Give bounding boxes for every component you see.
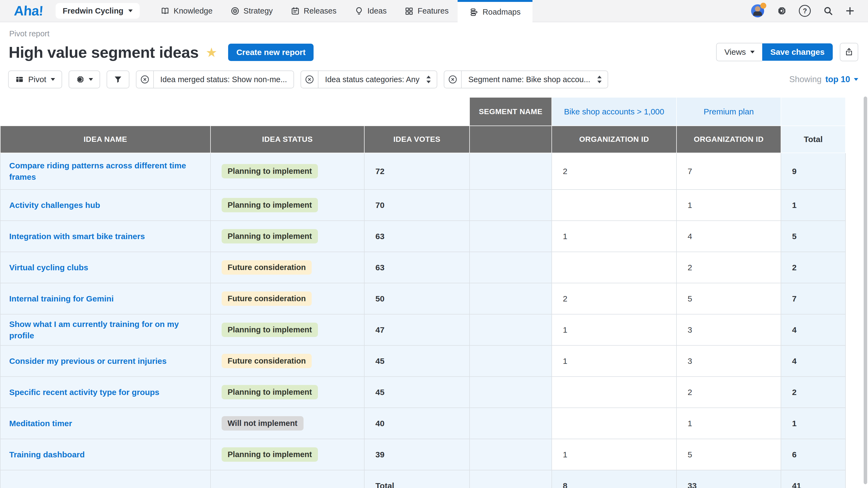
row-total-cell: 4 — [781, 314, 845, 346]
star-icon[interactable]: ★ — [206, 45, 217, 60]
save-changes-button[interactable]: Save changes — [762, 43, 833, 61]
book-icon — [161, 6, 169, 15]
total-row-empty-cell — [0, 470, 211, 488]
idea-status-cell: Will not implement — [211, 408, 364, 439]
organization-id-header-2[interactable]: ORGANIZATION ID — [677, 126, 781, 153]
sort-arrows-icon — [426, 76, 437, 83]
remove-filter-icon[interactable] — [444, 71, 462, 88]
status-badge: Future consideration — [222, 260, 312, 274]
funnel-icon — [114, 75, 122, 84]
plus-icon[interactable]: + — [845, 6, 855, 16]
showing-label: Showing — [789, 74, 822, 84]
idea-link[interactable]: Consider my previous or current injuries — [9, 357, 166, 365]
idea-link[interactable]: Compare riding patterns across different… — [9, 161, 186, 182]
idea-link[interactable]: Integration with smart bike trainers — [9, 232, 145, 241]
circle-x-icon — [305, 75, 314, 84]
org-count-cell-bike-shop — [552, 252, 677, 283]
chevron-down-icon — [128, 9, 133, 12]
row-total-cell: 9 — [781, 153, 845, 190]
vertical-scrollbar[interactable] — [864, 97, 867, 484]
views-button[interactable]: Views — [716, 43, 762, 61]
share-button[interactable] — [840, 43, 858, 61]
org-count-cell-premium-plan: 3 — [677, 314, 781, 346]
idea-link[interactable]: Show what I am currently training for on… — [9, 320, 179, 340]
gear-icon[interactable] — [777, 6, 786, 16]
segment-name-header: SEGMENT NAME — [469, 97, 552, 126]
filter-toolbar: Pivot Idea merged status: Show non-me...… — [8, 70, 858, 88]
aha-logo[interactable]: Aha! — [13, 3, 44, 19]
nav-item-strategy[interactable]: Strategy — [222, 0, 282, 22]
idea-link[interactable]: Training dashboard — [9, 450, 85, 459]
segment-link-premium-plan[interactable]: Premium plan — [704, 107, 754, 116]
idea-name-header[interactable]: IDEA NAME — [0, 126, 211, 153]
table-row: Training dashboardPlanning to implement3… — [0, 439, 845, 470]
status-badge: Planning to implement — [222, 164, 318, 178]
nav-item-releases[interactable]: Releases — [282, 0, 346, 22]
segment-spacer-cell — [469, 153, 552, 190]
row-total-cell: 7 — [781, 283, 845, 314]
nav-tab-roadmaps-active[interactable]: Roadmaps — [458, 0, 532, 22]
table-row: Show what I am currently training for on… — [0, 314, 845, 346]
nav-item-knowledge[interactable]: Knowledge — [152, 0, 222, 22]
lightbulb-icon — [354, 6, 364, 15]
idea-votes-cell: 70 — [364, 190, 469, 221]
search-icon[interactable] — [823, 6, 833, 16]
grand-total-row: Total83341 — [0, 470, 845, 488]
idea-link[interactable]: Activity challenges hub — [9, 201, 100, 209]
page-title: High value segment ideas — [9, 43, 198, 61]
showing-top10-dropdown[interactable]: top 10 — [826, 74, 850, 84]
segment-link-bike-shop[interactable]: Bike shop accounts > 1,000 — [564, 107, 664, 116]
idea-name-cell: Show what I am currently training for on… — [0, 314, 211, 346]
row-total-cell: 1 — [781, 190, 845, 221]
org-count-cell-bike-shop: 1 — [552, 221, 677, 252]
nav-item-label: Knowledge — [174, 6, 213, 15]
idea-status-cell: Planning to implement — [211, 439, 364, 470]
create-new-report-button[interactable]: Create new report — [228, 44, 314, 61]
avatar[interactable] — [751, 4, 764, 18]
idea-status-cell: Future consideration — [211, 346, 364, 377]
idea-votes-header[interactable]: IDEA VOTES — [364, 126, 469, 153]
report-settings-button[interactable] — [69, 70, 100, 88]
total-row-label-cell: Total — [364, 470, 469, 488]
status-badge: Planning to implement — [222, 198, 318, 212]
nav-item-ideas[interactable]: Ideas — [346, 0, 396, 22]
idea-votes-cell: 47 — [364, 314, 469, 346]
org-count-cell-premium-plan: 5 — [677, 283, 781, 314]
org-count-cell-premium-plan: 1 — [677, 408, 781, 439]
idea-status-header[interactable]: IDEA STATUS — [211, 126, 364, 153]
workspace-switcher[interactable]: Fredwin Cycling — [56, 3, 140, 19]
idea-link[interactable]: Specific recent activity type for groups — [9, 388, 159, 397]
pivot-type-button[interactable]: Pivot — [8, 70, 62, 88]
filter-chip-segment-name[interactable]: Segment name: Bike shop accou... — [444, 70, 608, 88]
remove-filter-icon[interactable] — [136, 71, 154, 88]
segment-spacer-cell — [469, 470, 552, 488]
help-icon[interactable]: ? — [799, 5, 811, 17]
filter-chip-idea-status-categories[interactable]: Idea status categories: Any — [301, 70, 437, 88]
idea-status-cell: Planning to implement — [211, 377, 364, 408]
idea-link[interactable]: Meditation timer — [9, 419, 72, 428]
idea-link[interactable]: Internal training for Gemini — [9, 294, 114, 303]
filter-button[interactable] — [106, 70, 129, 88]
total-org-bike-shop: 8 — [552, 470, 677, 488]
remove-filter-icon[interactable] — [301, 71, 318, 88]
organization-id-header-1[interactable]: ORGANIZATION ID — [552, 126, 677, 153]
header-actions: Views Save changes — [716, 43, 858, 61]
org-count-cell-premium-plan: 2 — [677, 252, 781, 283]
total-column-header: Total — [781, 126, 845, 153]
share-export-icon — [844, 47, 854, 57]
idea-votes-cell: 63 — [364, 252, 469, 283]
filter-chip-idea-merged-status[interactable]: Idea merged status: Show non-me... — [136, 70, 294, 88]
row-total-cell: 4 — [781, 346, 845, 377]
segment-spacer-cell — [469, 346, 552, 377]
org-count-cell-premium-plan: 1 — [677, 190, 781, 221]
avatar-head — [755, 6, 760, 12]
chevron-down-icon[interactable] — [854, 78, 858, 81]
idea-name-cell: Specific recent activity type for groups — [0, 377, 211, 408]
status-badge: Planning to implement — [222, 447, 318, 462]
nav-item-features[interactable]: Features — [396, 0, 457, 22]
org-count-cell-bike-shop — [552, 190, 677, 221]
gear-icon — [76, 75, 84, 84]
status-badge: Planning to implement — [222, 385, 318, 399]
idea-status-cell: Planning to implement — [211, 221, 364, 252]
idea-link[interactable]: Virtual cycling clubs — [9, 263, 88, 272]
